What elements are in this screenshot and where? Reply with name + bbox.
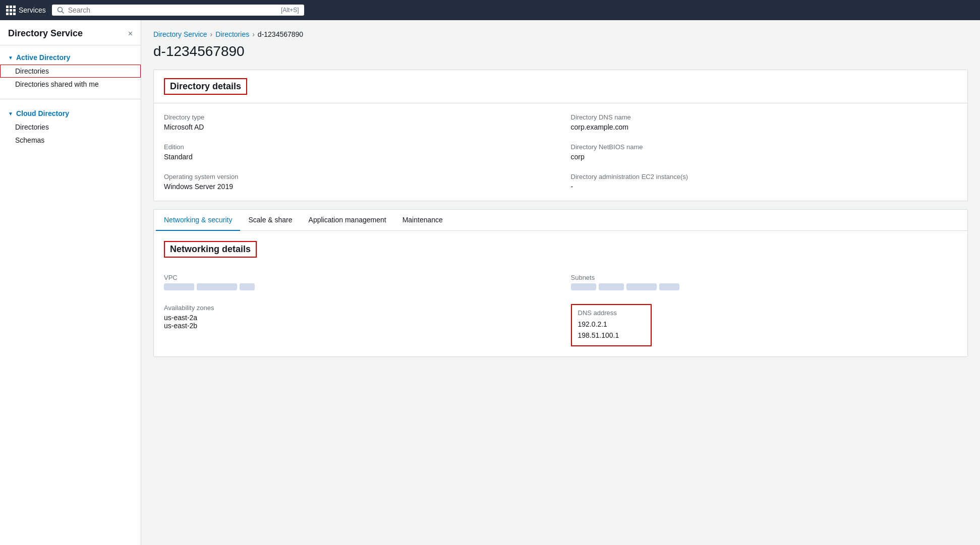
detail-edition: Edition Standard — [164, 143, 551, 161]
dns-name-value: corp.example.com — [571, 123, 958, 131]
subnets-label: Subnets — [571, 274, 958, 281]
chevron-down-icon: ▼ — [8, 55, 13, 60]
sidebar-section-cloud-directory-title[interactable]: ▼ Cloud Directory — [0, 107, 141, 120]
admin-ec2-value: - — [571, 183, 958, 191]
blur-pill-5 — [599, 283, 624, 290]
chevron-down-icon-2: ▼ — [8, 111, 13, 116]
breadcrumb: Directory Service › Directories › d-1234… — [153, 30, 968, 38]
sidebar-header: Directory Service × — [0, 20, 141, 45]
tabs-container: Networking & security Scale & share Appl… — [153, 209, 968, 357]
detail-dns-name: Directory DNS name corp.example.com — [571, 113, 958, 131]
svg-line-1 — [62, 12, 64, 14]
tab-app-management[interactable]: Application management — [301, 210, 394, 231]
sidebar-item-directories-shared[interactable]: Directories shared with me — [0, 78, 141, 91]
layout: Directory Service × ▼ Active Directory D… — [0, 20, 980, 545]
sidebar-close-button[interactable]: × — [128, 29, 133, 38]
details-grid: Directory type Microsoft AD Directory DN… — [164, 113, 957, 191]
networking-grid: VPC Subnets — [164, 274, 957, 346]
dns-address-label: DNS address — [578, 309, 645, 317]
sidebar-section-cloud-directory: ▼ Cloud Directory Directories Schemas — [0, 101, 141, 153]
sidebar-section-active-directory-title[interactable]: ▼ Active Directory — [0, 51, 141, 65]
breadcrumb-directories[interactable]: Directories — [215, 30, 249, 38]
dns-address-value-1: 192.0.2.1 — [578, 319, 645, 330]
search-icon — [57, 7, 64, 14]
netbios-value: corp — [571, 153, 958, 161]
detail-os-version: Operating system version Windows Server … — [164, 173, 551, 191]
directory-details-card: Directory details Directory type Microso… — [153, 70, 968, 201]
breadcrumb-current: d-1234567890 — [258, 30, 303, 38]
breadcrumb-directory-service[interactable]: Directory Service — [153, 30, 207, 38]
sidebar: Directory Service × ▼ Active Directory D… — [0, 20, 141, 545]
detail-directory-type: Directory type Microsoft AD — [164, 113, 551, 131]
networking-tab-content: Networking details VPC Subnets — [154, 231, 967, 356]
main-content: Directory Service › Directories › d-1234… — [141, 20, 980, 545]
directory-details-body: Directory type Microsoft AD Directory DN… — [154, 103, 967, 201]
sidebar-item-schemas[interactable]: Schemas — [0, 134, 141, 147]
services-label: Services — [19, 6, 46, 14]
sidebar-divider — [0, 99, 141, 99]
subnets-value-blurred — [571, 283, 679, 290]
active-directory-label: Active Directory — [16, 53, 70, 62]
tab-scale[interactable]: Scale & share — [240, 210, 300, 231]
az-value-1: us-east-2a — [164, 314, 551, 322]
dns-address-box: DNS address 192.0.2.1 198.51.100.1 — [571, 304, 652, 346]
edition-value: Standard — [164, 153, 551, 161]
sidebar-section-active-directory: ▼ Active Directory Directories Directori… — [0, 45, 141, 97]
dns-name-label: Directory DNS name — [571, 113, 958, 121]
breadcrumb-sep-1: › — [210, 30, 213, 38]
detail-vpc: VPC — [164, 274, 551, 292]
search-input[interactable] — [68, 6, 277, 14]
admin-ec2-label: Directory administration EC2 instance(s) — [571, 173, 958, 180]
dns-address-value-2: 198.51.100.1 — [578, 330, 645, 341]
os-version-label: Operating system version — [164, 173, 551, 180]
az-value-2: us-east-2b — [164, 322, 551, 330]
search-shortcut: [Alt+S] — [281, 7, 299, 14]
detail-subnets: Subnets — [571, 274, 958, 292]
detail-admin-ec2: Directory administration EC2 instance(s)… — [571, 173, 958, 191]
blur-pill-1 — [164, 283, 194, 290]
blur-pill-4 — [571, 283, 596, 290]
sidebar-title: Directory Service — [8, 28, 83, 39]
az-label: Availability zones — [164, 304, 551, 312]
detail-netbios: Directory NetBIOS name corp — [571, 143, 958, 161]
networking-details-heading: Networking details — [164, 241, 257, 258]
edition-label: Edition — [164, 143, 551, 151]
blur-pill-3 — [240, 283, 255, 290]
grid-icon — [6, 6, 16, 15]
search-bar[interactable]: [Alt+S] — [52, 5, 304, 16]
sidebar-item-cloud-directories[interactable]: Directories — [0, 120, 141, 134]
netbios-label: Directory NetBIOS name — [571, 143, 958, 151]
detail-dns-address: DNS address 192.0.2.1 198.51.100.1 — [571, 304, 958, 346]
blur-pill-6 — [626, 283, 657, 290]
directory-type-value: Microsoft AD — [164, 123, 551, 131]
services-button[interactable]: Services — [6, 6, 46, 15]
breadcrumb-sep-2: › — [252, 30, 255, 38]
top-nav: Services [Alt+S] — [0, 0, 980, 20]
blur-pill-7 — [659, 283, 679, 290]
networking-details-header: Networking details — [164, 241, 957, 266]
directory-details-header: Directory details — [154, 70, 967, 103]
vpc-label: VPC — [164, 274, 551, 281]
blur-pill-2 — [197, 283, 237, 290]
directory-details-heading: Directory details — [164, 78, 247, 95]
tab-networking[interactable]: Networking & security — [156, 210, 240, 231]
os-version-value: Windows Server 2019 — [164, 183, 551, 191]
detail-az: Availability zones us-east-2a us-east-2b — [164, 304, 551, 346]
tab-maintenance[interactable]: Maintenance — [394, 210, 451, 231]
cloud-directory-label: Cloud Directory — [16, 109, 69, 117]
directory-type-label: Directory type — [164, 113, 551, 121]
tabs-bar: Networking & security Scale & share Appl… — [154, 210, 967, 231]
sidebar-item-directories[interactable]: Directories — [0, 65, 141, 78]
vpc-value-blurred — [164, 283, 255, 290]
page-title: d-1234567890 — [153, 43, 968, 59]
